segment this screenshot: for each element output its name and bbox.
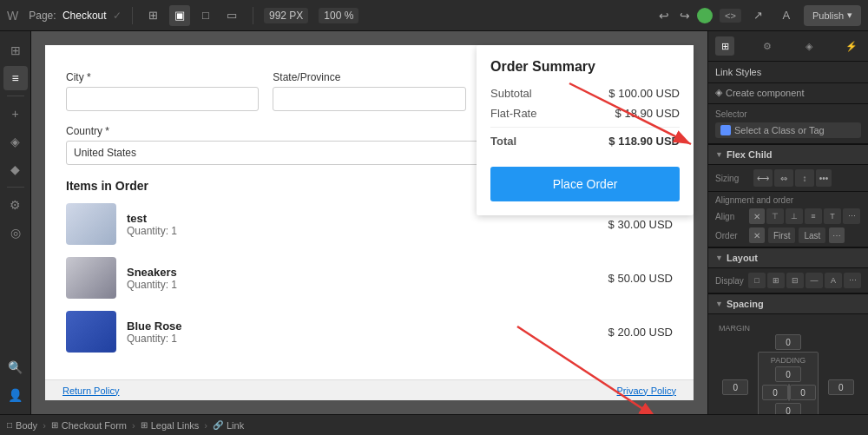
nav-assets-icon[interactable]: ◆ (3, 157, 28, 181)
sidebar-separator (7, 96, 24, 96)
item-image-1 (66, 203, 116, 245)
redo-button[interactable]: ↪ (680, 9, 690, 23)
order-x-btn[interactable]: ✕ (749, 227, 765, 243)
nav-components-icon[interactable]: ◈ (3, 129, 28, 154)
left-sidebar: ⊞ ≡ + ◈ ◆ ⚙ ◎ 🔍 👤 (0, 31, 31, 414)
display-block-btn[interactable]: □ (748, 273, 766, 288)
undo-button[interactable]: ↩ (659, 9, 669, 23)
padding-top-input[interactable] (775, 366, 801, 382)
subtotal-row: Subtotal $ 100.00 USD (490, 87, 680, 100)
right-panel-tabs: ⊞ ⚙ ◈ ⚡ (708, 31, 868, 62)
item-qty-2: Quantity: 1 (127, 279, 598, 291)
item-price-3: $ 20.00 USD (608, 326, 673, 339)
page-label: Page: Checkout ✓ (29, 10, 122, 22)
breadcrumb-link[interactable]: 🔗 Link (213, 420, 244, 431)
sizing-btn-1[interactable]: ⟷ (753, 169, 773, 187)
padding-right-input[interactable] (790, 385, 816, 400)
create-component-label: Create component (726, 88, 805, 98)
return-policy-link[interactable]: Return Policy (62, 386, 119, 396)
canvas-zoom: 100 % (319, 8, 358, 23)
breadcrumb-body[interactable]: □ Body (7, 420, 37, 431)
breadcrumb-sep-1: › (43, 420, 46, 431)
pages-icon[interactable]: ⊞ (143, 5, 164, 26)
link-styles-row: Link Styles (708, 62, 868, 83)
align-x-btn[interactable]: ✕ (749, 208, 765, 224)
state-input[interactable] (273, 87, 465, 111)
toolbar-separator (132, 7, 133, 24)
mobile-icon[interactable]: □ (195, 5, 216, 26)
layout-section: Display □ ⊞ ⊟ — A ⋯ (708, 268, 868, 293)
privacy-policy-link[interactable]: Privacy Policy (617, 386, 676, 396)
spacing-header[interactable]: ▼ Spacing (708, 293, 868, 314)
create-component-row[interactable]: ◈ Create component (708, 83, 868, 104)
order-row: Order ✕ First Last ⋯ (715, 227, 861, 243)
top-toolbar: W Page: Checkout ✓ ⊞ ▣ □ ▭ 992 PX 100 % … (0, 0, 868, 31)
layout-header[interactable]: ▼ Layout (708, 247, 868, 268)
more-tab[interactable]: ⚡ (842, 36, 861, 56)
display-none-btn[interactable]: A (825, 273, 842, 288)
display-row: Display □ ⊞ ⊟ — A ⋯ (715, 273, 861, 288)
publish-button[interactable]: Publish ▾ (804, 5, 861, 26)
first-btn[interactable]: First (768, 227, 795, 243)
align-center-btn[interactable]: ⊥ (786, 208, 803, 224)
nav-search-icon[interactable]: 🔍 (3, 355, 28, 379)
canvas-dimensions: 992 PX (264, 8, 308, 23)
code-view-button[interactable]: <> (720, 9, 741, 23)
display-flex-btn[interactable]: ⊞ (767, 273, 785, 288)
city-field-group: City * (66, 71, 259, 111)
sizing-btn-2[interactable]: ⇔ (774, 169, 793, 187)
order-more-btn[interactable]: ⋯ (829, 227, 845, 243)
order-summary-panel: Order Summary Subtotal $ 100.00 USD Flat… (477, 45, 694, 215)
padding-left-input[interactable] (762, 385, 788, 400)
nav-layers-icon[interactable]: ≡ (3, 66, 28, 90)
flex-child-header[interactable]: ▼ Flex Child (708, 144, 868, 165)
breadcrumb-legal-links[interactable]: ⊞ Legal Links (141, 420, 200, 431)
display-grid-btn[interactable]: ⊟ (786, 273, 804, 288)
align-bottom-btn[interactable]: ≡ (805, 208, 822, 224)
nav-pages-icon[interactable]: ⊞ (3, 38, 28, 63)
tablet-icon[interactable]: ▭ (221, 5, 242, 26)
city-input[interactable] (66, 87, 259, 111)
total-label: Total (490, 135, 516, 148)
padding-label: PADDING (762, 356, 814, 365)
item-name-3: Blue Rose (127, 320, 598, 333)
item-image-3 (66, 311, 116, 353)
align-text-btn[interactable]: T (824, 208, 841, 224)
display-more-btn[interactable]: ⋯ (844, 273, 861, 288)
settings-tab[interactable]: ⚙ (758, 36, 777, 56)
margin-top-input[interactable]: 0 (775, 334, 801, 350)
sizing-btn-3[interactable]: ↕ (795, 169, 814, 187)
item-info-2: Sneakers Quantity: 1 (127, 266, 598, 291)
interactions-tab[interactable]: ◈ (799, 36, 819, 56)
styles-tab[interactable]: ⊞ (715, 36, 734, 56)
item-price-1: $ 30.00 USD (608, 218, 673, 231)
display-inline-btn[interactable]: — (806, 273, 823, 288)
body-label: Body (16, 420, 37, 431)
align-top-btn[interactable]: ⊤ (766, 208, 784, 224)
nav-settings-icon[interactable]: ⚙ (3, 193, 28, 217)
margin-right-input[interactable] (828, 379, 854, 395)
align-more-btn[interactable]: ⋯ (843, 208, 860, 224)
margin-right-cell (828, 379, 854, 395)
spacing-triangle: ▼ (715, 300, 723, 308)
link-icon: 🔗 (213, 420, 223, 430)
margin-left-input[interactable]: 0 (722, 379, 748, 395)
place-order-button[interactable]: Place Order (490, 167, 680, 201)
selector-input[interactable]: Select a Class or Tag (715, 122, 861, 138)
nav-seo-icon[interactable]: ◎ (3, 221, 28, 245)
share-icon[interactable]: ↗ (748, 5, 769, 26)
text-icon[interactable]: A (776, 5, 797, 26)
nav-add-icon[interactable]: + (3, 102, 28, 126)
last-btn[interactable]: Last (799, 227, 825, 243)
sizing-buttons: ⟷ ⇔ ↕ ••• (753, 169, 832, 187)
breadcrumb-checkout-form[interactable]: ⊞ Checkout Form (51, 420, 127, 431)
sizing-more[interactable]: ••• (816, 169, 832, 187)
margin-grid: 0 0 PADDING (719, 334, 858, 414)
design-icon[interactable]: ▣ (169, 5, 190, 26)
order-item-2: Sneakers Quantity: 1 $ 50.00 USD (66, 257, 673, 299)
toolbar-view-icons: ⊞ ▣ □ ▭ (143, 5, 242, 26)
nav-user-icon[interactable]: 👤 (3, 383, 28, 407)
padding-bottom-input[interactable] (775, 403, 801, 414)
padding-box-inner: PADDING (758, 352, 819, 414)
total-value: $ 118.90 USD (608, 135, 680, 148)
